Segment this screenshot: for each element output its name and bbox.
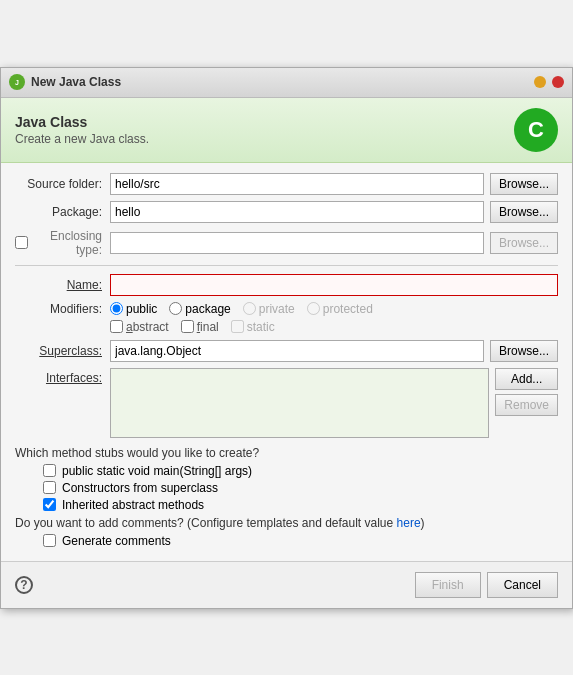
enclosing-type-checkbox-label[interactable]: Enclosing type:: [15, 229, 110, 257]
final-checkbox[interactable]: [181, 320, 194, 333]
name-row: Name:: [15, 274, 558, 296]
method-stub-constructors-checkbox[interactable]: [43, 481, 56, 494]
source-folder-browse-button[interactable]: Browse...: [490, 173, 558, 195]
modifier-public-label[interactable]: public: [110, 302, 157, 316]
add-interface-button[interactable]: Add...: [495, 368, 558, 390]
cancel-button[interactable]: Cancel: [487, 572, 558, 598]
package-row: Package: Browse...: [15, 201, 558, 223]
modifier-protected-label[interactable]: protected: [307, 302, 373, 316]
new-java-class-dialog: J New Java Class Java Class Create a new…: [0, 67, 573, 609]
enclosing-type-checkbox[interactable]: [15, 236, 28, 249]
method-stub-constructors-label: Constructors from superclass: [62, 481, 218, 495]
superclass-row: Superclass: Browse...: [15, 340, 558, 362]
header-section: Java Class Create a new Java class. C: [1, 98, 572, 163]
interfaces-row: Interfaces: Add... Remove: [15, 368, 558, 438]
modifier-package-radio[interactable]: [169, 302, 182, 315]
minimize-button[interactable]: [534, 76, 546, 88]
finish-button[interactable]: Finish: [415, 572, 481, 598]
svg-text:J: J: [15, 79, 19, 86]
footer-buttons: Finish Cancel: [415, 572, 558, 598]
title-bar: J New Java Class: [1, 68, 572, 98]
method-stub-inherited-row: Inherited abstract methods: [43, 498, 558, 512]
header-text: Java Class Create a new Java class.: [15, 114, 149, 146]
static-text: static: [247, 320, 275, 334]
method-stub-main-checkbox[interactable]: [43, 464, 56, 477]
modifier-public-text: public: [126, 302, 157, 316]
modifiers-radio-group: public package private protected: [110, 302, 373, 316]
help-button[interactable]: ?: [15, 576, 33, 594]
interfaces-label: Interfaces:: [15, 368, 110, 385]
comments-link[interactable]: here: [397, 516, 421, 530]
static-checkbox[interactable]: [231, 320, 244, 333]
enclosing-type-browse-button[interactable]: Browse...: [490, 232, 558, 254]
modifiers-label: Modifiers:: [15, 302, 110, 316]
comments-question-end: ): [421, 516, 425, 530]
app-icon: J: [9, 74, 25, 90]
modifier-protected-radio[interactable]: [307, 302, 320, 315]
dialog-title: New Java Class: [31, 75, 528, 89]
name-input[interactable]: [110, 274, 558, 296]
source-folder-label: Source folder:: [15, 177, 110, 191]
generate-comments-row: Generate comments: [43, 534, 558, 548]
source-folder-input[interactable]: [110, 173, 484, 195]
package-label: Package:: [15, 205, 110, 219]
method-stub-constructors-row: Constructors from superclass: [43, 481, 558, 495]
modifier-private-radio[interactable]: [243, 302, 256, 315]
modifier-protected-text: protected: [323, 302, 373, 316]
method-stub-main-row: public static void main(String[] args): [43, 464, 558, 478]
method-stub-inherited-label: Inherited abstract methods: [62, 498, 204, 512]
modifier-package-text: package: [185, 302, 230, 316]
method-stubs-options: public static void main(String[] args) C…: [43, 464, 558, 512]
modifier-private-label[interactable]: private: [243, 302, 295, 316]
method-stub-main-label: public static void main(String[] args): [62, 464, 252, 478]
superclass-label: Superclass:: [15, 344, 110, 358]
package-browse-button[interactable]: Browse...: [490, 201, 558, 223]
name-label: Name:: [15, 278, 110, 292]
header-title: Java Class: [15, 114, 149, 130]
modifier-private-text: private: [259, 302, 295, 316]
final-text: final: [197, 320, 219, 334]
enclosing-type-input[interactable]: [110, 232, 484, 254]
close-button[interactable]: [552, 76, 564, 88]
divider-1: [15, 265, 558, 266]
method-stub-inherited-checkbox[interactable]: [43, 498, 56, 511]
header-subtitle: Create a new Java class.: [15, 132, 149, 146]
interfaces-buttons: Add... Remove: [495, 368, 558, 416]
remove-interface-button[interactable]: Remove: [495, 394, 558, 416]
comments-question: Do you want to add comments? (Configure …: [15, 516, 558, 530]
dialog-footer: ? Finish Cancel: [1, 561, 572, 608]
abstract-checkbox[interactable]: [110, 320, 123, 333]
final-label[interactable]: final: [181, 320, 219, 334]
abstract-text: abstract: [126, 320, 169, 334]
static-label[interactable]: static: [231, 320, 275, 334]
abstract-label[interactable]: abstract: [110, 320, 169, 334]
form-content: Source folder: Browse... Package: Browse…: [1, 163, 572, 561]
enclosing-type-label: Enclosing type:: [32, 229, 102, 257]
modifier-package-label[interactable]: package: [169, 302, 230, 316]
header-logo: C: [514, 108, 558, 152]
comments-section: Do you want to add comments? (Configure …: [15, 516, 558, 548]
modifier-checks-row: abstract final static: [110, 320, 558, 334]
package-input[interactable]: [110, 201, 484, 223]
superclass-browse-button[interactable]: Browse...: [490, 340, 558, 362]
modifiers-row: Modifiers: public package private protec…: [15, 302, 558, 316]
interfaces-textarea[interactable]: [110, 368, 489, 438]
enclosing-type-row: Enclosing type: Browse...: [15, 229, 558, 257]
window-controls: [534, 76, 564, 88]
modifier-public-radio[interactable]: [110, 302, 123, 315]
comments-question-text: Do you want to add comments? (Configure …: [15, 516, 397, 530]
generate-comments-checkbox[interactable]: [43, 534, 56, 547]
superclass-input[interactable]: [110, 340, 484, 362]
source-folder-row: Source folder: Browse...: [15, 173, 558, 195]
generate-comments-label: Generate comments: [62, 534, 171, 548]
method-stubs-question: Which method stubs would you like to cre…: [15, 446, 558, 460]
